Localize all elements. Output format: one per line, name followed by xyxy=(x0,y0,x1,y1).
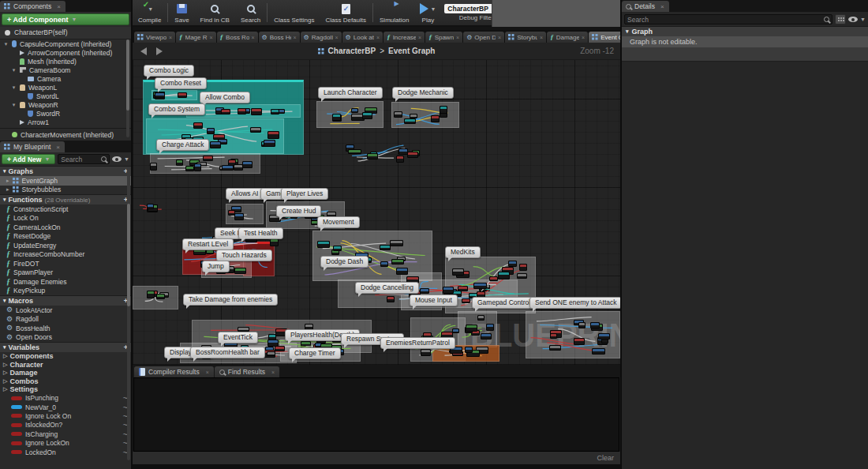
comment-bubble[interactable]: Combo Logic xyxy=(144,65,194,77)
component-row[interactable]: ArrowComponent (Inherited) xyxy=(0,48,131,57)
play-button[interactable]: ▼Play xyxy=(414,0,441,25)
blueprint-node[interactable] xyxy=(590,322,600,328)
doc-tab-increase[interactable]: ƒIncrease× xyxy=(383,32,425,43)
close-icon[interactable]: × xyxy=(206,370,209,375)
blueprint-node[interactable] xyxy=(394,111,402,118)
blueprint-node[interactable] xyxy=(271,109,279,114)
blueprint-node[interactable] xyxy=(404,118,416,124)
blueprint-node[interactable] xyxy=(228,210,235,216)
close-icon[interactable]: × xyxy=(660,3,664,10)
comment-bubble[interactable]: Combo System xyxy=(148,103,205,115)
visibility-filter-icon[interactable] xyxy=(848,17,858,22)
comment-bubble[interactable]: Send ONE enemy to Attack xyxy=(529,297,620,309)
my-blueprint-search-input[interactable]: Search xyxy=(58,154,110,164)
doc-tab-boss-ro[interactable]: ƒBoss Ro× xyxy=(217,32,258,43)
graph-list-item[interactable]: ▸Storybubbles xyxy=(0,186,131,195)
comment-bubble[interactable]: Jump xyxy=(202,261,230,272)
chevron-down-icon[interactable]: ▼ xyxy=(860,17,866,22)
blueprint-node[interactable] xyxy=(317,241,331,247)
blueprint-node[interactable] xyxy=(390,240,403,246)
close-icon[interactable]: × xyxy=(498,35,501,40)
blueprint-node[interactable] xyxy=(268,131,279,139)
variable-category-row[interactable]: ▷Combos xyxy=(0,377,131,386)
comment-bubble[interactable]: Dodge Dash xyxy=(320,256,369,268)
blueprint-node[interactable] xyxy=(391,259,404,265)
find-in-cb-button[interactable]: Find in CB xyxy=(195,0,235,25)
variable-row[interactable]: NewVar_0~ xyxy=(0,403,131,411)
blueprint-node[interactable] xyxy=(398,148,408,155)
close-icon[interactable]: × xyxy=(582,35,585,40)
component-row[interactable]: Arrow1 xyxy=(0,118,131,126)
visibility-filter-icon[interactable] xyxy=(112,156,122,162)
variable-category-row[interactable]: ▷Character xyxy=(0,361,131,370)
blueprint-node[interactable] xyxy=(332,114,341,121)
blueprint-node[interactable] xyxy=(238,108,246,114)
blueprint-node[interactable] xyxy=(481,333,492,340)
close-icon[interactable]: × xyxy=(418,35,421,40)
blueprint-node[interactable] xyxy=(452,268,464,276)
breadcrumb-root[interactable]: CharacterBP xyxy=(328,47,376,55)
blueprint-node[interactable] xyxy=(178,92,187,98)
blueprint-node[interactable] xyxy=(431,115,440,122)
graph-canvas[interactable]: BLUEPRINT Combo LogicCombo ResetAllow Co… xyxy=(133,60,620,365)
component-row[interactable]: CharacterMovement (Inherited) xyxy=(0,130,131,139)
variable-row[interactable]: IslockedOn?~ xyxy=(0,421,131,430)
comment-bubble[interactable]: Mouse Input xyxy=(410,295,458,306)
add-component-button[interactable]: + Add Component ▼ xyxy=(2,13,129,25)
blueprint-node[interactable] xyxy=(207,128,215,133)
function-list-item[interactable]: ƒIncreaseComboNumber xyxy=(0,250,131,260)
macros-section-header[interactable]: ▾ Macros + xyxy=(0,295,131,306)
doc-tab-look-at[interactable]: ⚙Look at× xyxy=(342,32,383,43)
comment-bubble[interactable]: Allow Combo xyxy=(200,92,250,103)
blueprint-node[interactable] xyxy=(251,108,262,115)
comment-bubble[interactable]: MedKits xyxy=(445,246,481,258)
blueprint-node[interactable] xyxy=(150,163,157,171)
blueprint-node[interactable] xyxy=(517,273,527,279)
component-row[interactable]: ▾WeaponL xyxy=(0,83,131,92)
blueprint-node[interactable] xyxy=(486,324,493,331)
macro-list-item[interactable]: ⚙LookAtActor xyxy=(0,306,131,315)
doc-tab-damage[interactable]: ƒDamage× xyxy=(547,32,588,43)
compile-button[interactable]: ▼Compile xyxy=(133,0,166,25)
variable-row[interactable]: Ignore LockOn~ xyxy=(0,438,131,447)
component-row[interactable]: Mesh (Inherited) xyxy=(0,57,131,66)
details-search-input[interactable]: Search xyxy=(624,14,832,24)
blueprint-node[interactable] xyxy=(367,153,377,159)
blueprint-node[interactable] xyxy=(598,333,610,340)
comment-bubble[interactable]: Create Hud xyxy=(276,205,321,217)
blueprint-node[interactable] xyxy=(222,165,234,171)
blueprint-node[interactable] xyxy=(465,347,473,353)
class-settings-button[interactable]: Class Settings xyxy=(268,0,320,25)
variable-row[interactable]: LockedOn~ xyxy=(0,448,131,456)
doc-tab-viewpor[interactable]: Viewpor× xyxy=(134,32,175,43)
close-icon[interactable]: × xyxy=(252,35,255,40)
blueprint-node[interactable] xyxy=(550,333,557,339)
node-cluster[interactable] xyxy=(134,289,175,308)
component-row[interactable]: ▾WeaponR xyxy=(0,100,131,109)
display-options-icon[interactable] xyxy=(835,14,846,24)
node-cluster[interactable] xyxy=(144,163,262,173)
blueprint-node[interactable] xyxy=(210,141,221,148)
close-icon[interactable]: × xyxy=(169,35,172,40)
close-icon[interactable]: × xyxy=(56,144,60,151)
function-list-item[interactable]: ƒFireDOT xyxy=(0,259,131,268)
graphs-section-header[interactable]: ▾ Graphs + xyxy=(0,166,131,176)
breadcrumb-current[interactable]: Event Graph xyxy=(388,47,435,55)
node-cluster[interactable] xyxy=(227,206,262,222)
macro-list-item[interactable]: ⚙Ragdoll xyxy=(0,315,131,325)
doc-tab-storybu[interactable]: Storybu× xyxy=(505,32,546,43)
variable-row[interactable]: IsCharging~ xyxy=(0,430,131,438)
graph-list-item[interactable]: ▸EventGraph xyxy=(0,176,131,186)
blueprint-node[interactable] xyxy=(147,204,155,209)
close-icon[interactable]: × xyxy=(456,35,459,40)
component-row[interactable]: ▾CapsuleComponent (Inherited) xyxy=(0,39,131,48)
chevron-down-icon[interactable]: ▼ xyxy=(124,156,129,162)
comment-bubble[interactable]: Touch Hazards xyxy=(216,250,272,261)
comment-bubble[interactable]: Movement xyxy=(317,216,360,228)
clear-button[interactable]: Clear xyxy=(597,454,614,462)
blueprint-node[interactable] xyxy=(549,345,562,351)
variables-section-header[interactable]: ▾ Variables + xyxy=(0,342,131,352)
function-list-item[interactable]: ƒUpdateEnergy xyxy=(0,241,131,250)
function-list-item[interactable]: ƒCameraLockOn xyxy=(0,223,131,232)
node-cluster[interactable] xyxy=(393,105,458,127)
